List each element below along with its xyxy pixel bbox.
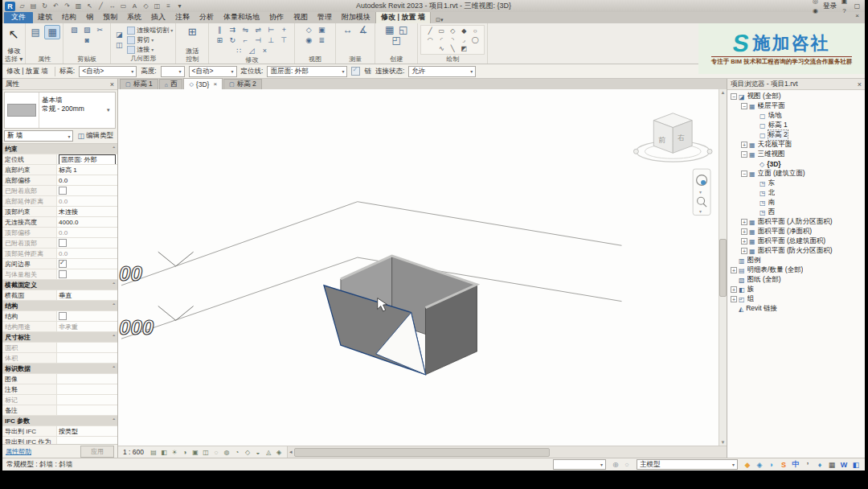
view3d-icon[interactable]: ◇: [141, 2, 151, 11]
create-similar-icon[interactable]: ◱: [397, 25, 409, 35]
tree-item[interactable]: ▧ 图纸 (全部): [727, 275, 865, 285]
tree-toggle-icon[interactable]: [751, 161, 758, 167]
property-row[interactable]: 横截面 垂直: [2, 290, 117, 301]
draw-rect-icon[interactable]: ▭: [436, 27, 446, 35]
ribbon-tab[interactable]: 协作: [264, 11, 289, 23]
tree-toggle-icon[interactable]: −: [741, 151, 747, 158]
property-value[interactable]: 0.0: [56, 196, 117, 206]
property-value[interactable]: 面层面: 外部: [56, 154, 117, 164]
property-row[interactable]: 导出到 IFC 按类型: [2, 426, 117, 437]
ribbon-tab[interactable]: 注释: [170, 11, 194, 23]
property-value[interactable]: 未连接: [56, 207, 117, 216]
edit-type-button[interactable]: ◫ 编辑类型: [75, 130, 116, 142]
workset-select[interactable]: 主模型: [637, 459, 738, 470]
property-row[interactable]: 顶部约束 未连接: [2, 207, 117, 217]
rotate-icon[interactable]: ↻: [227, 35, 238, 45]
tree-item[interactable]: + ▦ 天花板平面: [727, 140, 865, 150]
measure-icon[interactable]: ╱: [96, 2, 106, 11]
scrollbar-thumb[interactable]: [294, 448, 551, 457]
property-row[interactable]: 底部偏移 0.0: [2, 175, 117, 186]
array-icon[interactable]: ∷: [233, 46, 244, 55]
temp-hide-icon[interactable]: ◌: [211, 448, 221, 457]
soft-keyboard-icon[interactable]: ▦: [827, 460, 837, 470]
offset-icon[interactable]: ⇉: [227, 25, 238, 35]
constraints-icon[interactable]: ◇: [243, 448, 252, 457]
sync-icon[interactable]: ↻: [39, 2, 50, 11]
tree-item[interactable]: ◇ {3D}: [727, 159, 865, 169]
scroll-down-icon[interactable]: ▼: [721, 440, 726, 445]
property-value[interactable]: [56, 259, 117, 269]
tree-toggle-icon[interactable]: [751, 122, 758, 129]
tree-item[interactable]: + ▦ 面积平面 (人防分区面积): [727, 217, 865, 227]
draw-arc-fillet-icon[interactable]: ◞: [459, 35, 469, 43]
property-value[interactable]: [56, 186, 117, 195]
property-row[interactable]: 顶部偏移 0.0: [2, 228, 117, 238]
restore-icon[interactable]: ▢: [852, 2, 862, 11]
chevron-down-icon[interactable]: ▾: [107, 92, 115, 128]
draw-polygon-circ-icon[interactable]: ◆: [459, 27, 469, 35]
pin-icon[interactable]: ⊥: [265, 35, 276, 45]
property-row[interactable]: 结构: [2, 311, 117, 322]
property-row[interactable]: 结构用途 非承重: [2, 322, 117, 332]
tree-toggle-icon[interactable]: +: [741, 248, 747, 254]
tray-weather-icon[interactable]: ◆: [743, 460, 752, 470]
copy-clip-icon[interactable]: ▨: [81, 25, 92, 35]
level-select[interactable]: <自动>: [79, 66, 137, 77]
horizontal-scrollbar[interactable]: ◂: [287, 446, 727, 458]
property-row[interactable]: 与体量相关: [2, 269, 117, 280]
property-row[interactable]: 无连接高度 4000.0: [2, 217, 117, 228]
view-tab[interactable]: ▢ 标高 2 ×: [223, 79, 262, 89]
element-filter-select[interactable]: 新 墙: [4, 130, 73, 142]
close-icon[interactable]: ×: [213, 80, 217, 88]
dim-icon[interactable]: ↔: [107, 2, 117, 11]
tree-item[interactable]: ▢ 标高 1: [727, 121, 865, 130]
activate-controls-icon[interactable]: ⊞: [185, 25, 199, 38]
property-row[interactable]: 已附着顶部: [2, 238, 117, 249]
property-row[interactable]: IFC 参数: [2, 416, 117, 426]
property-row[interactable]: 尺寸标注: [2, 332, 117, 343]
tree-item[interactable]: ◳ 东: [727, 179, 865, 188]
tree-toggle-icon[interactable]: +: [741, 142, 747, 148]
mic-icon[interactable]: ♦: [815, 460, 825, 470]
drawing-area[interactable]: 00 000: [118, 89, 719, 446]
tree-item[interactable]: − ▦ 楼层平面: [727, 101, 865, 111]
section-box-icon[interactable]: ▣: [316, 25, 327, 35]
lock3d-icon[interactable]: ◈: [274, 448, 284, 457]
tag-icon[interactable]: ▭: [118, 2, 129, 11]
ime-chinese-icon[interactable]: 中: [791, 460, 800, 470]
cut-clip-icon[interactable]: ✂: [94, 25, 105, 35]
property-value[interactable]: [56, 405, 117, 415]
paste-icon[interactable]: ▧: [68, 25, 80, 35]
property-row[interactable]: 标记: [2, 395, 117, 405]
type-selector[interactable]: 基本墙 常规 - 200mm ▾: [4, 92, 116, 129]
temp-props-icon[interactable]: ◔: [232, 448, 242, 457]
tray-bird-icon[interactable]: ◗: [767, 460, 776, 470]
tree-item[interactable]: − ▦ 三维视图: [727, 150, 865, 159]
property-row[interactable]: 顶部延伸距离 0.0: [2, 249, 117, 259]
property-row[interactable]: 已附着底部: [2, 186, 117, 196]
type-properties-icon[interactable]: ▦: [44, 25, 60, 39]
property-value[interactable]: 0.0: [56, 249, 117, 258]
draw-pick-face-icon[interactable]: ◩: [459, 44, 469, 52]
viewcube-front-label[interactable]: 前: [658, 136, 665, 144]
property-row[interactable]: 底部延伸距离 0.0: [2, 196, 117, 207]
tree-item[interactable]: ▢ 标高 2: [727, 130, 865, 140]
tree-toggle-icon[interactable]: −: [741, 171, 747, 177]
ribbon-tab[interactable]: 钢: [81, 11, 98, 23]
tree-item[interactable]: ◳ 西: [727, 208, 865, 217]
scale-button[interactable]: 1 : 600: [121, 448, 147, 456]
visual-style-icon[interactable]: ◧: [159, 448, 169, 457]
property-row[interactable]: 备注: [2, 405, 117, 416]
angle-dim-icon[interactable]: ∡: [356, 25, 370, 35]
property-value[interactable]: 0.0: [56, 175, 117, 185]
property-row[interactable]: 房间边界: [2, 259, 117, 269]
ribbon-tab[interactable]: 结构: [57, 11, 81, 23]
tree-toggle-icon[interactable]: [731, 257, 737, 264]
property-value[interactable]: 按类型: [56, 426, 117, 436]
trim-icon[interactable]: ⌐: [240, 35, 251, 45]
thin-lines2-icon[interactable]: ≣: [316, 35, 327, 45]
tree-item[interactable]: + ▦ 面积平面 (净面积): [727, 227, 865, 236]
select-underlay-icon[interactable]: ◌: [622, 460, 632, 469]
tree-toggle-icon[interactable]: +: [731, 286, 737, 293]
draw-pick-line-icon[interactable]: ╲: [448, 44, 457, 52]
